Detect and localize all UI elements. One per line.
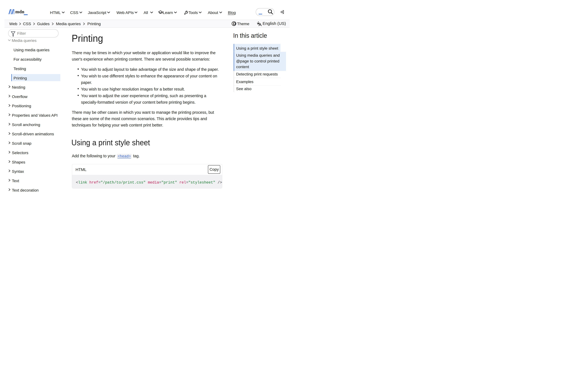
svg-text:D: D — [233, 21, 236, 26]
